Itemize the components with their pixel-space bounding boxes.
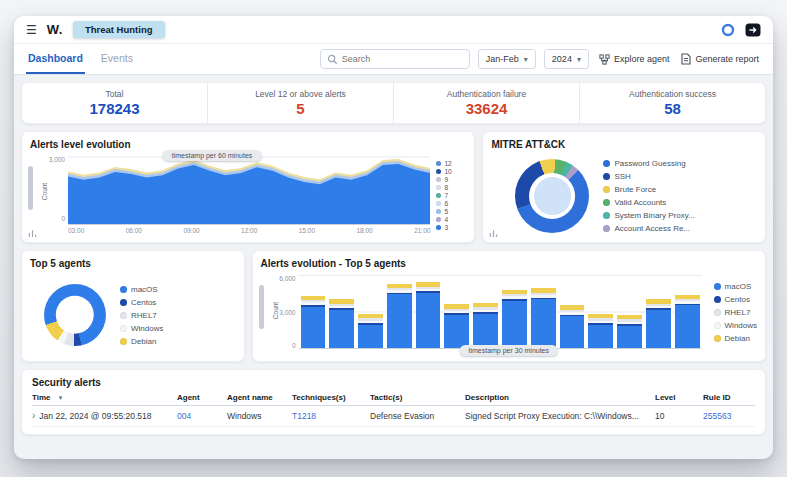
search-input[interactable] bbox=[342, 54, 463, 64]
sort-desc-icon[interactable]: ▼ bbox=[58, 395, 64, 401]
kpi-value[interactable]: 5 bbox=[296, 100, 304, 117]
legend-dot bbox=[436, 201, 441, 206]
legend-label: 5 bbox=[444, 208, 448, 215]
legend-item[interactable]: RHEL7 bbox=[120, 311, 163, 320]
mitre-donut[interactable] bbox=[515, 159, 589, 233]
axis-tick-label: 09:00 bbox=[183, 227, 199, 234]
technique-link[interactable]: T1218 bbox=[292, 411, 370, 421]
bar[interactable] bbox=[675, 275, 700, 348]
kpi-value[interactable]: 58 bbox=[664, 100, 681, 117]
panel-title: MITRE ATT&CK bbox=[491, 139, 757, 150]
inspect-chart-icon[interactable] bbox=[489, 229, 498, 238]
legend-item[interactable]: Centos bbox=[120, 298, 163, 307]
legend-item[interactable]: 12 bbox=[436, 160, 466, 167]
legend-item[interactable]: 5 bbox=[436, 208, 466, 215]
kpi-level12-alerts: Level 12 or above alerts 5 bbox=[207, 83, 393, 123]
bar[interactable] bbox=[646, 275, 671, 348]
legend-item[interactable]: Brute Force bbox=[603, 185, 694, 194]
legend-dot bbox=[120, 338, 127, 345]
app-window: ☰ W. Threat Hunting Dashboard Events Jan… bbox=[14, 16, 773, 459]
chart-scrollbar[interactable] bbox=[28, 166, 33, 210]
legend-item[interactable]: Debian bbox=[120, 337, 163, 346]
bar-segment bbox=[329, 310, 354, 348]
legend-item[interactable]: 3 bbox=[436, 224, 466, 231]
legend-item[interactable]: Centos bbox=[714, 295, 757, 304]
column-header-agent[interactable]: Agent bbox=[177, 393, 227, 402]
column-header-description[interactable]: Description bbox=[465, 393, 655, 402]
bar[interactable] bbox=[329, 275, 354, 348]
time-value: Jan 22, 2024 @ 09:55:20.518 bbox=[39, 411, 151, 421]
bar[interactable] bbox=[560, 275, 585, 348]
legend-item[interactable]: 4 bbox=[436, 216, 466, 223]
column-header-level[interactable]: Level bbox=[655, 393, 703, 402]
rule-id-link[interactable]: 255563 bbox=[703, 411, 755, 421]
legend-item[interactable]: SSH bbox=[603, 172, 694, 181]
legend-item[interactable]: macOS bbox=[120, 285, 163, 294]
date-range-select[interactable]: Jan-Feb ▾ bbox=[478, 49, 536, 69]
legend-item[interactable]: Account Access Re... bbox=[603, 224, 694, 233]
year-select[interactable]: 2024 ▾ bbox=[544, 49, 589, 69]
legend-item[interactable]: Windows bbox=[120, 324, 163, 333]
column-header-tactic[interactable]: Tactic(s) bbox=[370, 393, 465, 402]
bar[interactable] bbox=[301, 275, 326, 348]
legend-item[interactable]: Debian bbox=[714, 334, 757, 343]
bar[interactable] bbox=[473, 275, 498, 348]
account-menu-icon[interactable] bbox=[745, 23, 761, 37]
legend-item[interactable]: 7 bbox=[436, 192, 466, 199]
alerts-level-chart[interactable] bbox=[68, 156, 430, 225]
axis-tick-label: 21:00 bbox=[414, 227, 430, 234]
legend-dot bbox=[120, 299, 127, 306]
chart-scrollbar[interactable] bbox=[259, 285, 264, 329]
legend-item[interactable]: RHEL7 bbox=[714, 308, 757, 317]
legend-item[interactable]: 9 bbox=[436, 176, 466, 183]
bar[interactable] bbox=[416, 275, 441, 348]
legend-item[interactable]: 10 bbox=[436, 168, 466, 175]
brand-logo[interactable]: W. bbox=[47, 22, 63, 37]
top-agents-donut[interactable] bbox=[44, 284, 106, 346]
column-header-rule-id[interactable]: Rule ID bbox=[703, 393, 755, 402]
bar[interactable] bbox=[444, 275, 469, 348]
bar[interactable] bbox=[588, 275, 613, 348]
column-header-agent-name[interactable]: Agent name bbox=[227, 393, 292, 402]
search-box[interactable] bbox=[320, 49, 470, 69]
bar-segment bbox=[387, 294, 412, 348]
kpi-value[interactable]: 33624 bbox=[466, 100, 508, 117]
legend-dot bbox=[714, 296, 721, 303]
legend-item[interactable]: Windows bbox=[714, 321, 757, 330]
kpi-label: Level 12 or above alerts bbox=[255, 89, 346, 99]
bar[interactable] bbox=[358, 275, 383, 348]
status-ring-icon[interactable] bbox=[721, 23, 735, 37]
legend-item[interactable]: macOS bbox=[714, 282, 757, 291]
column-header-techniques[interactable]: Techniques(s) bbox=[292, 393, 370, 402]
bar[interactable] bbox=[387, 275, 412, 348]
tab-dashboard[interactable]: Dashboard bbox=[26, 44, 85, 74]
legend-dot bbox=[714, 309, 721, 316]
table-row[interactable]: › Jan 22, 2024 @ 09:55:20.518 004 Window… bbox=[32, 406, 755, 427]
legend-dot bbox=[436, 193, 441, 198]
bar-segment bbox=[531, 299, 556, 348]
bar-segment bbox=[646, 310, 671, 348]
menu-icon[interactable]: ☰ bbox=[26, 23, 37, 37]
explore-agent-button[interactable]: Explore agent bbox=[597, 54, 672, 65]
legend-item[interactable]: 8 bbox=[436, 184, 466, 191]
expand-row-icon[interactable]: › bbox=[32, 411, 35, 421]
legend-label: Centos bbox=[131, 298, 156, 307]
kpi-value[interactable]: 178243 bbox=[89, 100, 139, 117]
tab-events[interactable]: Events bbox=[99, 44, 135, 74]
column-header-time[interactable]: Time ▼ bbox=[32, 393, 177, 402]
area-chart-region: Count 3,000 0 03:0006:0009:0012:0015:001… bbox=[42, 156, 466, 234]
legend-item[interactable]: System Binary Proxy... bbox=[603, 211, 694, 220]
inspect-chart-icon[interactable] bbox=[28, 229, 37, 238]
legend-label: 7 bbox=[444, 192, 448, 199]
chevron-down-icon: ▾ bbox=[577, 55, 581, 64]
legend-item[interactable]: Valid Accounts bbox=[603, 198, 694, 207]
legend-item[interactable]: Password Guessing bbox=[603, 159, 694, 168]
legend-item[interactable]: 6 bbox=[436, 200, 466, 207]
bar[interactable] bbox=[617, 275, 642, 348]
bar[interactable] bbox=[502, 275, 527, 348]
generate-report-button[interactable]: Generate report bbox=[679, 53, 761, 65]
agent-link[interactable]: 004 bbox=[177, 411, 227, 421]
bar[interactable] bbox=[531, 275, 556, 348]
legend-label: 4 bbox=[444, 216, 448, 223]
alerts-evolution-bars[interactable] bbox=[299, 275, 702, 349]
